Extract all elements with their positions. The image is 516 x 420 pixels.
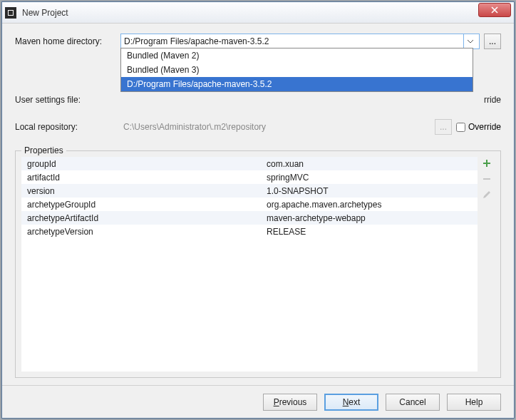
button-mnemonic: N (343, 397, 349, 407)
maven-home-browse-button[interactable]: ... (484, 34, 501, 49)
chevron-down-icon[interactable] (463, 34, 476, 48)
button-text: revious (279, 397, 307, 407)
prop-key: version (21, 186, 267, 196)
app-icon (5, 7, 16, 19)
properties-table: groupId com.xuan artifactId springMVC ve… (21, 157, 478, 372)
override-label: Override (468, 122, 501, 132)
dropdown-item[interactable]: D:/Program Files/apache-maven-3.5.2 (121, 77, 473, 91)
user-settings-label: User settings file: (15, 95, 120, 105)
dropdown-item[interactable]: Bundled (Maven 2) (121, 48, 473, 63)
maven-home-row: Maven home directory: D:/Program Files/a… (15, 34, 501, 49)
table-row[interactable]: version 1.0-SNAPSHOT (21, 184, 478, 198)
table-row[interactable]: artifactId springMVC (21, 170, 478, 184)
maven-home-combo[interactable]: D:/Program Files/apache-maven-3.5.2 (120, 34, 480, 49)
local-repo-value: C:\Users\Administrator\.m2\repository (120, 122, 430, 132)
prop-key: archetypeGroupId (21, 200, 267, 210)
button-text: ext (349, 397, 360, 407)
window-title: New Project (22, 8, 478, 18)
maven-home-dropdown: Bundled (Maven 2) Bundled (Maven 3) D:/P… (120, 48, 473, 92)
override-partial-text: rride (484, 95, 501, 105)
table-row[interactable]: groupId com.xuan (21, 157, 478, 170)
add-icon[interactable] (480, 157, 493, 170)
new-project-dialog: New Project Maven home directory: D:/Pro… (1, 1, 515, 419)
prop-key: archetypeArtifactId (21, 213, 267, 223)
help-button[interactable]: Help (447, 394, 501, 411)
properties-actions (480, 157, 496, 372)
local-repo-row: Local repository: C:\Users\Administrator… (15, 119, 501, 135)
button-mnemonic: P (274, 397, 279, 407)
close-button[interactable] (478, 3, 511, 17)
table-row[interactable]: archetypeGroupId org.apache.maven.archet… (21, 198, 478, 211)
previous-button[interactable]: Previous (263, 394, 317, 411)
prop-key: archetypeVersion (21, 227, 267, 237)
table-row[interactable]: archetypeArtifactId maven-archetype-weba… (21, 211, 478, 225)
titlebar: New Project (2, 2, 514, 24)
table-row[interactable]: archetypeVersion RELEASE (21, 225, 478, 238)
dialog-footer: Previous Next Cancel Help (2, 385, 514, 418)
svg-rect-1 (9, 11, 13, 15)
maven-home-value: D:/Program Files/apache-maven-3.5.2 (124, 36, 463, 46)
prop-key: groupId (21, 159, 267, 169)
dialog-content: Maven home directory: D:/Program Files/a… (2, 24, 514, 385)
properties-fieldset: Properties groupId com.xuan artifactId s… (15, 150, 501, 378)
properties-legend: Properties (21, 145, 66, 155)
prop-value: 1.0-SNAPSHOT (267, 186, 478, 196)
prop-key: artifactId (21, 173, 267, 183)
cancel-button[interactable]: Cancel (386, 394, 440, 411)
override-checkbox-group: Override (456, 122, 501, 132)
local-repo-browse-button: ... (435, 119, 452, 135)
local-repo-label: Local repository: (15, 122, 120, 132)
ellipsis-icon: ... (489, 36, 496, 46)
ellipsis-icon: ... (440, 122, 447, 132)
override-checkbox[interactable] (456, 123, 465, 132)
next-button[interactable]: Next (324, 394, 378, 411)
maven-home-label: Maven home directory: (15, 36, 120, 46)
prop-value: maven-archetype-webapp (267, 213, 478, 223)
prop-value: com.xuan (267, 159, 478, 169)
edit-icon (480, 188, 493, 201)
dropdown-item[interactable]: Bundled (Maven 3) (121, 63, 473, 77)
prop-value: springMVC (267, 173, 478, 183)
prop-value: org.apache.maven.archetypes (267, 200, 478, 210)
remove-icon (480, 173, 493, 185)
user-settings-row: User settings file: rride (15, 92, 501, 108)
prop-value: RELEASE (267, 227, 478, 237)
